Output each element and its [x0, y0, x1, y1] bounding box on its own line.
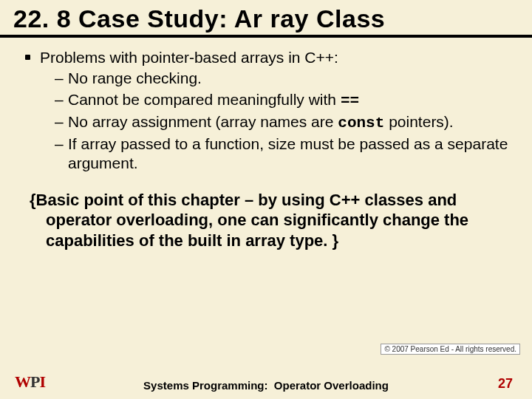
- page-number: 27: [498, 376, 513, 392]
- sub-text: Cannot be compared meaningfully with: [68, 91, 341, 108]
- sub-bullet: No array assignment (array names are con…: [55, 112, 511, 133]
- code-literal: const: [338, 115, 384, 132]
- footer: Systems Programming: Operator Overloadin…: [0, 379, 532, 392]
- sub-text: No array assignment (array names are: [68, 113, 338, 130]
- sub-bullet: No range checking.: [55, 69, 511, 88]
- copyright-notice: © 2007 Pearson Ed - All rights reserved.: [381, 344, 520, 355]
- slide-title: 22. 8 Case Study: Ar ray Class: [13, 4, 519, 33]
- lead-bullet: Problems with pointer-based arrays in C+…: [40, 48, 511, 67]
- content-area: Problems with pointer-based arrays in C+…: [0, 38, 532, 183]
- footer-label: Systems Programming:: [143, 379, 267, 392]
- code-literal: ==: [341, 92, 359, 109]
- sub-bullet: Cannot be compared meaningfully with ==: [55, 90, 511, 111]
- sub-bullet-list: No range checking. Cannot be compared me…: [40, 69, 511, 173]
- title-bar: 22. 8 Case Study: Ar ray Class: [0, 0, 532, 38]
- summary-block: {Basic point of this chapter – by using …: [0, 183, 532, 251]
- summary-text: {Basic point of this chapter – by using …: [30, 190, 511, 251]
- footer-topic: Operator Overloading: [274, 379, 389, 392]
- sub-text: pointers).: [384, 113, 453, 130]
- sub-bullet: If array passed to a function, size must…: [55, 134, 511, 174]
